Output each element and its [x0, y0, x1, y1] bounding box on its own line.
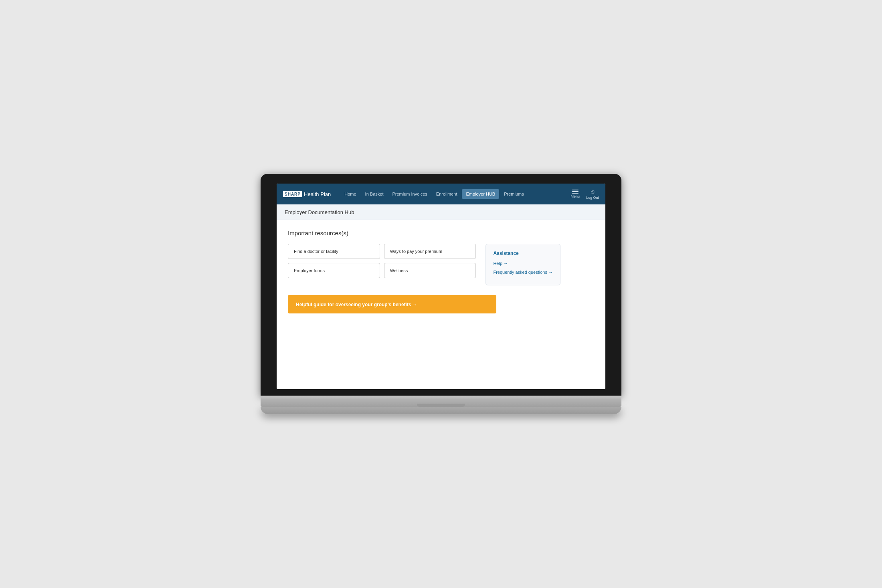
- navigation-bar: SHARP Health Plan Home In Basket Premium…: [277, 184, 605, 204]
- hamburger-icon: [572, 190, 579, 194]
- assistance-title: Assistance: [493, 251, 553, 256]
- laptop-container: SHARP Health Plan Home In Basket Premium…: [261, 174, 621, 414]
- laptop-bottom: [261, 407, 621, 414]
- nav-employer-hub[interactable]: Employer HUB: [462, 189, 499, 199]
- content-inner: Important resources(s) Find a doctor or …: [288, 230, 560, 313]
- laptop-base: [261, 396, 621, 407]
- logo: SHARP Health Plan: [283, 191, 331, 197]
- resource-find-doctor[interactable]: Find a doctor or facility: [288, 244, 380, 259]
- laptop-screen: SHARP Health Plan Home In Basket Premium…: [277, 184, 605, 389]
- logout-label: Log Out: [586, 196, 599, 200]
- assistance-help-link[interactable]: Help →: [493, 261, 553, 266]
- resource-employer-forms[interactable]: Employer forms: [288, 263, 380, 278]
- menu-button[interactable]: Menu: [570, 190, 580, 198]
- main-content: Important resources(s) Find a doctor or …: [277, 220, 605, 389]
- nav-in-basket[interactable]: In Basket: [361, 189, 388, 199]
- nav-premium-invoices[interactable]: Premium Invoices: [388, 189, 431, 199]
- nav-right-controls: Menu ⎋ Log Out: [570, 188, 599, 200]
- resources-grid: Find a doctor or facility Ways to pay yo…: [288, 244, 476, 278]
- resource-ways-to-pay[interactable]: Ways to pay your premium: [384, 244, 476, 259]
- guide-banner[interactable]: Helpful guide for overseeing your group'…: [288, 295, 496, 313]
- logout-button[interactable]: ⎋ Log Out: [586, 188, 599, 200]
- screen-content: SHARP Health Plan Home In Basket Premium…: [277, 184, 605, 389]
- nav-enrollment[interactable]: Enrollment: [432, 189, 461, 199]
- guide-banner-text: Helpful guide for overseeing your group'…: [296, 302, 417, 307]
- screen-bezel: SHARP Health Plan Home In Basket Premium…: [261, 174, 621, 396]
- menu-label: Menu: [570, 194, 580, 198]
- assistance-faq-link[interactable]: Frequently asked questions →: [493, 270, 553, 275]
- resource-wellness[interactable]: Wellness: [384, 263, 476, 278]
- resources-and-assistance: Find a doctor or facility Ways to pay yo…: [288, 244, 560, 285]
- section-title: Important resources(s): [288, 230, 560, 236]
- nav-home[interactable]: Home: [340, 189, 360, 199]
- logo-sharp: SHARP: [283, 191, 302, 197]
- page-title: Employer Documentation Hub: [285, 209, 354, 215]
- nav-links: Home In Basket Premium Invoices Enrollme…: [340, 189, 570, 199]
- assistance-box: Assistance Help → Frequently asked quest…: [486, 244, 560, 285]
- nav-premiums[interactable]: Premiums: [500, 189, 528, 199]
- logout-icon: ⎋: [591, 188, 594, 195]
- page-header: Employer Documentation Hub: [277, 204, 605, 220]
- logo-text: Health Plan: [304, 191, 331, 197]
